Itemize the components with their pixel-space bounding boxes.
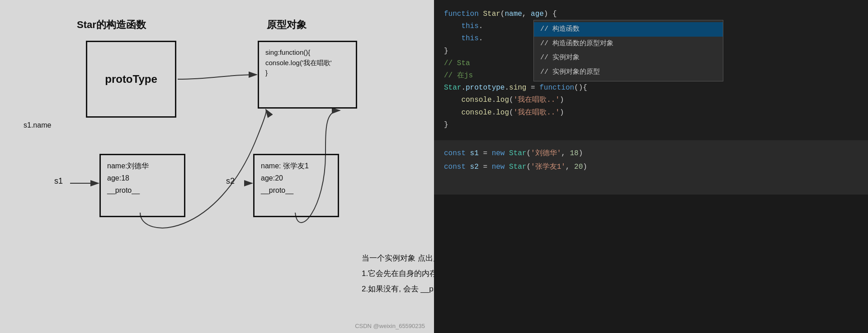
code-line-8: console.log('我在唱歌..') xyxy=(444,94,858,106)
code-line-7: Star.prototype.sing = function(){ xyxy=(444,82,858,94)
autocomplete-item-2: // 构造函数的原型对象 xyxy=(534,37,723,51)
autocomplete-item-4: // 实例对象的原型 xyxy=(534,65,723,80)
s2-box: name: 张学友1 age:20 __proto__ xyxy=(253,154,339,217)
autocomplete-item-3: // 实例对象 xyxy=(534,51,723,65)
prototype-box-label: protoType xyxy=(105,73,157,86)
s1-box-text: name:刘德华 age:18 __proto__ xyxy=(107,160,178,197)
diagram-area: Star的构造函数 原型对象 protoType sing:function()… xyxy=(0,0,434,333)
code-panel: function Star(name, age) { this. this. }… xyxy=(434,0,868,333)
code-line-1: function Star(name, age) { xyxy=(444,8,858,20)
autocomplete-item-1: // 构造函数 xyxy=(534,22,723,37)
prototype-obj-box: sing:function(){ console.log('我在唱歌' } xyxy=(258,41,357,109)
label-s1: s1 xyxy=(54,176,63,186)
code-line-10: } xyxy=(444,119,858,131)
label-s2: s2 xyxy=(226,176,235,186)
constructor-label: Star的构造函数 xyxy=(77,18,146,32)
watermark: CSDN @weixin_65590235 xyxy=(355,323,425,329)
s2-box-text: name: 张学友1 age:20 __proto__ xyxy=(261,160,331,197)
prototype-obj-text: sing:function(){ console.log('我在唱歌' } xyxy=(265,48,349,78)
code-bottom: const s1 = new Star('刘德华', 18) const s2 … xyxy=(434,140,868,195)
prototype-box: protoType xyxy=(86,41,176,118)
code-line-9: console.log('我在唱歌..') xyxy=(444,107,858,119)
autocomplete-box: // 构造函数 // 构造函数的原型对象 // 实例对象 // 实例对象的原型 xyxy=(533,20,723,81)
s1-box: name:刘德华 age:18 __proto__ xyxy=(99,154,185,217)
label-s1name: s1.name xyxy=(24,121,51,129)
prototype-label: 原型对象 xyxy=(267,18,307,32)
main-container: Star的构造函数 原型对象 protoType sing:function()… xyxy=(0,0,868,333)
code-bottom-line2: const s2 = new Star('张学友1', 20) xyxy=(444,160,858,174)
code-bottom-line1: const s1 = new Star('刘德华', 18) xyxy=(444,147,858,160)
code-top: function Star(name, age) { this. this. }… xyxy=(434,0,868,140)
